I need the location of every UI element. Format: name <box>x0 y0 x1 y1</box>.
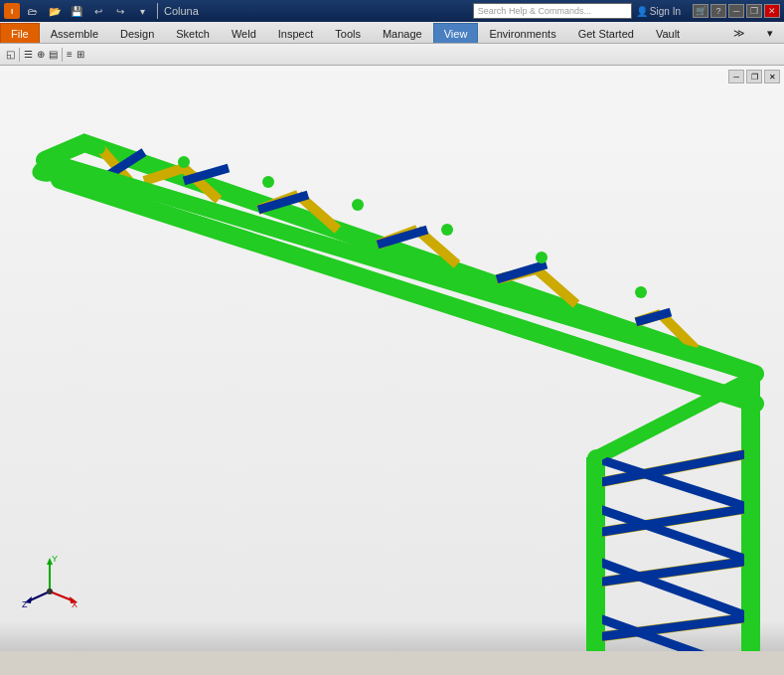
tab-sketch[interactable]: Sketch <box>165 23 221 43</box>
svg-text:Z: Z <box>22 599 28 609</box>
svg-point-41 <box>635 286 647 298</box>
tab-design[interactable]: Design <box>109 23 165 43</box>
tab-environments[interactable]: Environments <box>478 23 566 43</box>
app-icon: I <box>4 3 20 19</box>
tab-vault[interactable]: Vault <box>645 23 691 43</box>
qa-save[interactable]: 💾 <box>68 2 85 20</box>
viewport[interactable]: ─ ❐ ✕ <box>0 66 784 651</box>
svg-text:X: X <box>72 599 78 609</box>
tab-view[interactable]: View <box>433 23 479 43</box>
svg-point-40 <box>536 252 548 263</box>
search-placeholder: Search Help & Commands... <box>478 6 591 16</box>
toolbar-item-2[interactable]: ☰ <box>24 49 33 60</box>
tab-manage[interactable]: Manage <box>372 23 433 43</box>
svg-point-35 <box>93 142 105 154</box>
svg-line-34 <box>594 377 752 457</box>
tab-inspect[interactable]: Inspect <box>267 23 324 43</box>
qa-redo[interactable]: ↪ <box>111 2 129 20</box>
close-btn[interactable]: ✕ <box>764 4 780 18</box>
svg-point-53 <box>47 589 53 594</box>
tab-assemble[interactable]: Assemble <box>40 23 109 43</box>
tab-file[interactable]: File <box>0 23 40 43</box>
help-btn[interactable]: ? <box>710 4 726 18</box>
axis-indicator: Y X Z <box>20 552 79 611</box>
toolbar-item-5[interactable]: ≡ <box>67 49 73 60</box>
toolbar-item-6[interactable]: ⊞ <box>77 49 84 60</box>
qa-new[interactable]: 🗁 <box>24 2 42 20</box>
restore-btn[interactable]: ❐ <box>746 4 762 18</box>
toolbar-item-4[interactable]: ▤ <box>49 49 58 60</box>
secondary-toolbar: ◱ ☰ ⊕ ▤ ≡ ⊞ <box>0 44 784 66</box>
ribbon-tabs: File Assemble Design Sketch Weld Inspect… <box>0 22 784 44</box>
svg-point-38 <box>352 199 364 211</box>
tab-overflow[interactable]: ≫ <box>722 23 756 43</box>
tab-weld[interactable]: Weld <box>221 23 267 43</box>
ribbon-dropdown[interactable]: ▾ <box>756 23 784 43</box>
svg-point-36 <box>178 156 190 168</box>
subscription-btn[interactable]: 🛒 <box>693 4 708 18</box>
toolbar-item-1[interactable]: ◱ <box>6 49 15 60</box>
svg-point-39 <box>441 224 453 236</box>
svg-point-42 <box>746 371 758 383</box>
tab-tools[interactable]: Tools <box>324 23 372 43</box>
tab-get-started[interactable]: Get Started <box>567 23 645 43</box>
sign-in[interactable]: 👤 Sign In <box>636 6 681 17</box>
qa-open[interactable]: 📂 <box>46 2 64 20</box>
title-bar: I 🗁 📂 💾 ↩ ↪ ▾ Coluna Search Help & Comma… <box>0 0 784 22</box>
svg-text:Y: Y <box>52 554 58 564</box>
svg-point-37 <box>262 176 274 188</box>
window-title: Coluna <box>164 5 199 17</box>
truss-3d-model <box>0 66 784 651</box>
toolbar-item-3[interactable]: ⊕ <box>37 49 45 60</box>
qa-more[interactable]: ▾ <box>133 2 151 20</box>
minimize-btn[interactable]: ─ <box>728 4 744 18</box>
qa-undo[interactable]: ↩ <box>89 2 107 20</box>
